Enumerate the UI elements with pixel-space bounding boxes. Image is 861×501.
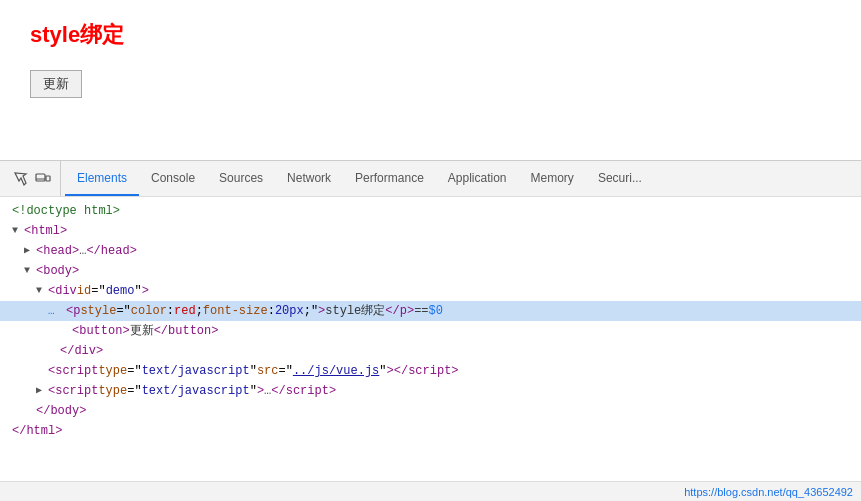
- tab-sources[interactable]: Sources: [207, 161, 275, 196]
- devtools-panel: Elements Console Sources Network Perform…: [0, 160, 861, 501]
- dom-body-open[interactable]: ▼ <body>: [0, 261, 861, 281]
- devtools-dom-content[interactable]: <!doctype html> ▼ <html> ▶ <head>…</head…: [0, 197, 861, 481]
- dom-doctype: <!doctype html>: [0, 201, 861, 221]
- tab-console[interactable]: Console: [139, 161, 207, 196]
- head-triangle[interactable]: ▶: [24, 242, 36, 260]
- tab-security[interactable]: Securi...: [586, 161, 654, 196]
- doctype-text: <!doctype html>: [12, 202, 120, 220]
- dom-body-close: </body>: [0, 401, 861, 421]
- html-triangle[interactable]: ▼: [12, 222, 24, 240]
- tab-network[interactable]: Network: [275, 161, 343, 196]
- dom-script1[interactable]: <script type="text/javascript" src="../j…: [0, 361, 861, 381]
- device-toggle-icon[interactable]: [34, 170, 52, 188]
- tab-elements[interactable]: Elements: [65, 161, 139, 196]
- dom-html-close: </html>: [0, 421, 861, 441]
- dom-div-close: </div>: [0, 341, 861, 361]
- dom-button[interactable]: <button>更新</button>: [0, 321, 861, 341]
- page-content: style绑定 更新: [0, 0, 861, 160]
- dom-html-open[interactable]: ▼ <html>: [0, 221, 861, 241]
- update-button[interactable]: 更新: [30, 70, 82, 98]
- inspect-icon[interactable]: [12, 170, 30, 188]
- devtools-icon-group: [4, 161, 61, 196]
- dom-head[interactable]: ▶ <head>…</head>: [0, 241, 861, 261]
- script2-triangle[interactable]: ▶: [36, 382, 48, 400]
- tab-application[interactable]: Application: [436, 161, 519, 196]
- dom-p-highlighted[interactable]: … <p style="color: red; font-size: 20px;…: [0, 301, 861, 321]
- statusbar-url: https://blog.csdn.net/qq_43652492: [684, 486, 853, 498]
- page-title: style绑定: [30, 20, 831, 50]
- dom-script2[interactable]: ▶ <script type="text/javascript" >…</scr…: [0, 381, 861, 401]
- devtools-statusbar: https://blog.csdn.net/qq_43652492: [0, 481, 861, 501]
- dots-indicator: …: [48, 302, 62, 320]
- div-triangle[interactable]: ▼: [36, 282, 48, 300]
- tab-memory[interactable]: Memory: [519, 161, 586, 196]
- devtools-toolbar: Elements Console Sources Network Perform…: [0, 161, 861, 197]
- body-triangle[interactable]: ▼: [24, 262, 36, 280]
- svg-rect-0: [36, 174, 45, 181]
- tab-performance[interactable]: Performance: [343, 161, 436, 196]
- devtools-tabs: Elements Console Sources Network Perform…: [61, 161, 654, 196]
- svg-rect-1: [46, 176, 50, 181]
- dom-div-open[interactable]: ▼ <div id="demo" >: [0, 281, 861, 301]
